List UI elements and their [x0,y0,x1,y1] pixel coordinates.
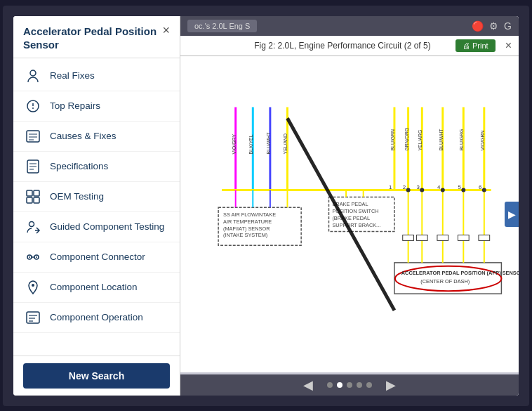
svg-text:(CENTER OF DASH): (CENTER OF DASH) [420,278,470,285]
nav-dot-5[interactable] [366,382,372,388]
top-repairs-icon [23,98,43,115]
svg-rect-23 [27,312,39,323]
sidebar-close-button[interactable]: × [162,23,170,38]
svg-text:(BRAKE PEDAL: (BRAKE PEDAL [332,214,370,221]
new-search-button[interactable]: New Search [23,363,170,389]
svg-text:5: 5 [458,183,461,190]
outer-frame: Accelerator Pedal Position Sensor × Real… [3,6,529,406]
nav-dot-2[interactable] [337,382,343,388]
next-nav-button[interactable]: ▶ [386,377,396,393]
specifications-icon [23,158,43,175]
svg-point-22 [32,284,34,287]
svg-text:BRAKE PEDAL: BRAKE PEDAL [332,201,368,207]
print-button[interactable]: 🖨 Print [455,39,496,52]
nav-dot-3[interactable] [347,382,352,388]
circuit-diagram: VIO/GRY BLK/YEL BLU/WHT YEL/AND BLU/GRN … [180,56,519,372]
sidebar-item-component-connector[interactable]: Component Connector [13,242,180,273]
svg-text:AIR TEMPERATURE: AIR TEMPERATURE [223,218,272,224]
content-header: oc.'s 2.0L Eng S 🔴 ⚙ G [180,16,519,36]
svg-text:(MAF/IAT) SENSOR: (MAF/IAT) SENSOR [223,225,270,231]
prev-nav-button[interactable]: ◀ [303,377,313,393]
svg-rect-4 [27,131,39,142]
header-tab: oc.'s 2.0L Eng S [187,20,257,32]
diagram-svg-area: VIO/GRY BLK/YEL BLU/WHT YEL/AND BLU/GRN … [180,56,519,372]
oem-testing-icon [23,188,43,205]
nav-dots [327,382,372,388]
sidebar-footer: New Search [13,355,180,396]
diagram-container: Fig 2: 2.0L, Engine Performance Circuit … [180,36,519,374]
svg-rect-13 [34,190,39,196]
sidebar-item-specifications[interactable]: Specifications [13,152,180,182]
guided-component-testing-icon [23,218,43,235]
component-operation-label: Component Operation [50,312,143,322]
svg-text:VIO/GRN: VIO/GRN [480,130,485,150]
svg-point-73 [441,188,445,192]
svg-point-74 [461,188,465,192]
account-icon[interactable]: G [504,20,512,32]
svg-rect-15 [34,197,39,203]
sidebar: Accelerator Pedal Position Sensor × Real… [13,16,180,396]
svg-text:BLU/WHT: BLU/WHT [439,128,444,150]
sidebar-item-component-operation[interactable]: Component Operation [13,303,180,333]
header-icons: 🔴 ⚙ G [472,20,512,32]
svg-text:(INTAKE SYSTEM): (INTAKE SYSTEM) [223,232,267,238]
main-content: oc.'s 2.0L Eng S 🔴 ⚙ G Fig 2: 2.0L, Engi… [180,16,519,396]
svg-text:4: 4 [437,183,441,190]
svg-rect-78 [437,235,448,240]
sidebar-item-guided-component-testing[interactable]: Guided Component Testing [13,212,180,242]
oem-testing-label: OEM Testing [50,191,104,202]
svg-text:BLU/WHT: BLU/WHT [266,131,271,154]
svg-point-20 [29,256,30,258]
svg-point-16 [29,221,34,226]
svg-rect-80 [479,235,490,240]
sidebar-item-causes-fixes[interactable]: Causes & Fixes [13,122,180,152]
component-connector-label: Component Connector [50,252,145,262]
diagram-close-button[interactable]: × [505,39,512,52]
svg-text:BLU/GRG: BLU/GRG [459,129,464,150]
svg-text:SUPPORT BRACK...: SUPPORT BRACK... [332,221,380,228]
nav-dot-4[interactable] [357,382,362,388]
svg-text:1: 1 [389,183,392,190]
component-operation-icon [23,309,43,326]
bottom-nav: ◀ ▶ [180,374,519,396]
svg-point-72 [420,188,424,192]
guided-component-testing-label: Guided Component Testing [50,221,164,232]
nav-dot-1[interactable] [327,382,333,388]
diagram-title-bar: Fig 2: 2.0L, Engine Performance Circuit … [180,36,519,56]
svg-point-21 [36,256,37,258]
svg-rect-79 [458,235,469,240]
svg-point-75 [482,188,486,192]
svg-rect-14 [27,197,32,203]
svg-text:6: 6 [479,183,482,190]
real-fixes-icon [23,67,43,84]
sidebar-item-component-location[interactable]: Component Location [13,273,180,303]
right-arrow-button[interactable]: ▶ [505,202,519,227]
svg-text:YEL/ARG: YEL/ARG [418,129,423,150]
svg-text:GRN/ORG: GRN/ORG [404,127,409,150]
svg-text:BLU/GRN: BLU/GRN [390,129,395,150]
header-title-bar: oc.'s 2.0L Eng S [187,20,257,32]
sidebar-item-top-repairs[interactable]: Top Repairs [13,91,180,122]
svg-text:2: 2 [403,183,406,190]
sidebar-menu: Real FixesTop RepairsCauses & FixesSpeci… [13,58,180,355]
real-fixes-label: Real Fixes [50,70,95,81]
svg-point-0 [30,70,36,76]
component-location-label: Component Location [50,282,138,292]
sidebar-header: Accelerator Pedal Position Sensor × [13,16,180,58]
diagram-title: Fig 2: 2.0L, Engine Performance Circuit … [230,41,455,51]
sidebar-title: Accelerator Pedal Position Sensor [23,25,157,52]
svg-point-3 [32,107,34,109]
causes-fixes-icon [23,128,43,145]
sidebar-item-oem-testing[interactable]: OEM Testing [13,182,180,212]
top-repairs-label: Top Repairs [50,100,100,111]
svg-text:VIO/GRY: VIO/GRY [232,133,237,154]
app-window: Accelerator Pedal Position Sensor × Real… [13,16,519,396]
component-connector-icon [23,249,43,266]
svg-point-71 [406,188,411,192]
svg-text:ACCELERATOR PEDAL POSITION (AP: ACCELERATOR PEDAL POSITION (APP) SENSOR [401,269,519,275]
svg-rect-12 [27,190,32,196]
settings-icon[interactable]: ⚙ [489,20,498,32]
causes-fixes-label: Causes & Fixes [50,131,117,141]
sidebar-item-real-fixes[interactable]: Real Fixes [13,61,180,91]
status-icon: 🔴 [472,20,484,32]
